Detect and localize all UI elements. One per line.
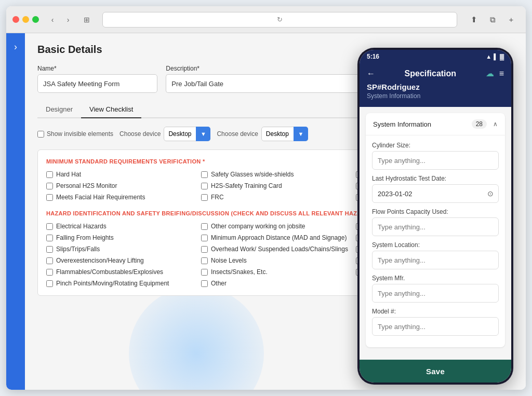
check-flammables[interactable] [46,269,53,276]
list-item: Flammables/Combustables/Explosives [46,268,195,276]
mobile-menu-icon[interactable]: ≡ [499,69,504,78]
new-tab-button[interactable]: + [503,11,520,28]
close-button[interactable] [12,16,19,23]
list-item: Other [201,280,350,287]
status-icons: ▲ ▌ ▓ [486,53,504,60]
list-item: Meets Facial Hair Requirements [46,194,195,201]
flow-points-field: Flow Points Capacity Used: [372,208,499,236]
accordion-label: System Information [373,120,431,128]
list-item: Falling From Heights [46,234,195,241]
hydrostatic-input[interactable] [372,184,499,203]
name-group: Name* [37,65,157,93]
system-location-label: System Location: [372,241,499,249]
list-item: Overexestencison/Heavy Lifting [46,257,195,264]
check-overexertion[interactable] [46,257,53,264]
tab-view-checklist[interactable]: View Checklist [81,101,141,118]
check-label: Hard Hat [56,171,81,178]
check-other-company[interactable] [201,223,208,230]
check-noise[interactable] [201,257,208,264]
cylinder-size-input[interactable] [372,151,499,170]
check-other-hazard[interactable] [201,280,208,287]
system-mfr-field: System Mfr. [372,275,499,303]
device-select-1[interactable]: Desktop Mobile Tablet [164,127,210,141]
app-body: › Basic Details Name* Description* Effec… [6,33,526,390]
list-item: Slips/Trips/Falls [46,245,195,253]
check-frc[interactable] [201,194,208,201]
mobile-accordion: System Information 28 ∧ Cylinder Size: [366,113,505,347]
signal-icon: ▌ [494,53,498,60]
show-invisible-checkbox[interactable] [37,131,44,138]
name-input[interactable] [37,74,157,93]
check-falling[interactable] [46,235,53,241]
check-label: Other company working on jobsite [211,223,305,230]
accordion-header[interactable]: System Information 28 ∧ [366,113,505,135]
list-item: Other company working on jobsite [201,223,350,230]
check-electrical[interactable] [46,223,53,230]
check-label: Pinch Points/Moving/Rotating Equipment [56,280,169,287]
check-label: Insects/Snakes, Etc. [211,268,268,276]
check-safety-glasses[interactable] [201,171,208,178]
check-label: Flammables/Combustables/Explosives [56,268,163,276]
check-pinch-points[interactable] [46,280,53,287]
check-hard-hat[interactable] [46,171,53,178]
mobile-nav: ← Specification ☁ ≡ [367,69,504,78]
check-insects[interactable] [201,269,208,276]
sidebar-button[interactable]: ⊞ [79,12,94,27]
check-label: Noise Levels [211,257,247,264]
mobile-header: ← Specification ☁ ≡ SP#Rodriguez System … [360,63,511,107]
list-item: Electrical Hazards [46,223,195,230]
list-item: Insects/Snakes, Etc. [201,268,350,276]
maximize-button[interactable] [32,16,39,23]
list-item: Safety Glasses w/side-shields [201,171,350,178]
tab-designer[interactable]: Designer [37,101,81,118]
decoration-circle [129,286,264,390]
check-label: Minimum Approach Distance (MAD and Signa… [211,234,347,241]
share-button[interactable]: ⬆ [466,11,482,28]
battery-icon: ▓ [500,53,504,60]
url-bar[interactable]: ↻ [102,12,457,28]
system-mfr-label: System Mfr. [372,275,499,282]
list-item: Hard Hat [46,171,195,178]
check-mad[interactable] [201,235,208,241]
minimize-button[interactable] [22,16,29,23]
system-location-input[interactable] [372,251,499,269]
name-label: Name* [37,65,157,72]
mobile-save-button[interactable]: Save [360,360,511,383]
check-h2s-training[interactable] [201,183,208,189]
list-item: Overhead Work/ Suspended Loads/Chains/Sl… [201,245,350,253]
sidebar-toggle[interactable]: › [6,33,25,390]
check-overhead[interactable] [201,246,208,253]
check-h2s-monitor[interactable] [46,183,53,189]
list-item: Noise Levels [201,257,350,264]
back-button[interactable]: ‹ [45,12,60,27]
device-select-wrapper-1: Desktop Mobile Tablet ▼ [164,127,210,141]
wifi-icon: ▲ [486,53,491,60]
system-location-field: System Location: [372,241,499,269]
mobile-back-button[interactable]: ← [367,69,375,78]
system-mfr-input[interactable] [372,284,499,303]
list-item: Personal H2S Monitor [46,182,195,189]
check-label: Other [211,280,227,287]
check-label: Overexestencison/Heavy Lifting [56,257,144,264]
hydrostatic-label: Last Hydrostatic Test Date: [372,175,499,182]
mobile-subtitle: SP#Rodriguez [367,83,504,91]
mobile-save-area: Save [360,360,511,383]
status-time: 5:16 [367,53,379,60]
forward-button[interactable]: › [61,12,75,27]
check-facial-hair[interactable] [46,194,53,201]
mobile-mockup: 5:16 ▲ ▌ ▓ ← Specification ☁ ≡ [357,48,513,385]
flow-points-label: Flow Points Capacity Used: [372,208,499,215]
mobile-status-bar: 5:16 ▲ ▌ ▓ [360,50,511,63]
check-label: Electrical Hazards [56,223,107,230]
mobile-header-title: Specification [405,69,457,78]
check-label: Slips/Trips/Falls [56,245,100,253]
model-input[interactable] [372,317,499,336]
mobile-screen: 5:16 ▲ ▌ ▓ ← Specification ☁ ≡ [360,50,511,383]
device-select-2[interactable]: Desktop Mobile Tablet [261,127,308,141]
flow-points-input[interactable] [372,217,499,236]
tab-button[interactable]: ⧉ [484,11,501,28]
show-invisible-label[interactable]: Show invisible elements [37,130,113,138]
traffic-lights [12,16,39,23]
check-slips[interactable] [46,246,53,253]
device-select-wrapper-2: Desktop Mobile Tablet ▼ [261,127,308,141]
